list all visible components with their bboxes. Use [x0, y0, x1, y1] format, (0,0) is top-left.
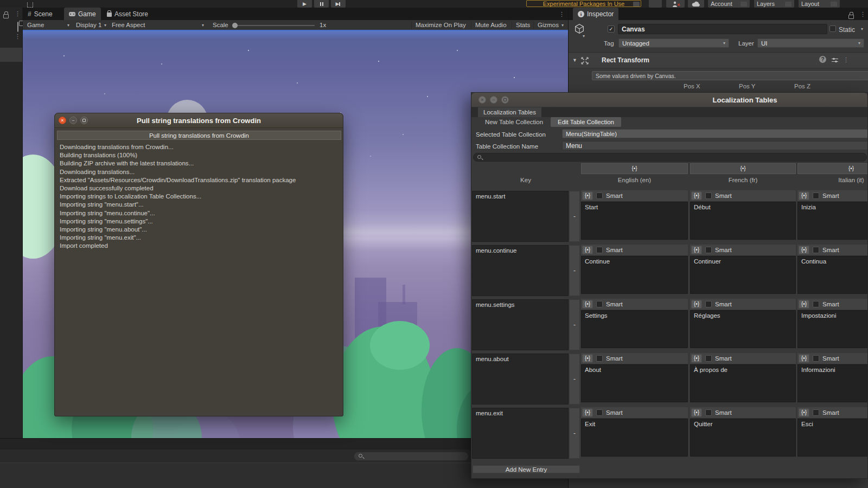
remove-entry-button[interactable]: -	[569, 408, 580, 459]
column-settings-button[interactable]	[797, 163, 868, 174]
lock-icon[interactable]	[848, 12, 854, 18]
edit-table-collection-tab[interactable]: Edit Table Collection	[551, 117, 621, 127]
tab-scene[interactable]: # Scene	[23, 8, 58, 20]
metadata-button[interactable]	[799, 246, 809, 254]
translation-text[interactable]: Impostazioni	[797, 310, 868, 348]
static-checkbox[interactable]	[829, 25, 836, 32]
static-caret-icon[interactable]: ▾	[861, 27, 863, 31]
aspect-dropdown[interactable]: Free Aspect▾	[110, 20, 206, 30]
table-collection-name-input[interactable]: Menu	[562, 141, 868, 150]
smart-checkbox[interactable]	[705, 192, 712, 199]
remove-entry-button[interactable]: -	[569, 245, 580, 296]
scale-slider-knob[interactable]	[232, 23, 238, 28]
entry-key-field[interactable]: menu.settings	[472, 299, 569, 350]
metadata-button[interactable]	[799, 300, 809, 309]
step-button[interactable]: ▶	[331, 0, 346, 8]
metadata-button[interactable]	[799, 408, 809, 417]
smart-checkbox[interactable]	[596, 301, 603, 307]
add-new-entry-button[interactable]: Add New Entry	[473, 465, 580, 473]
translation-text[interactable]: Quitter	[690, 419, 796, 457]
metadata-button[interactable]	[691, 408, 702, 417]
smart-checkbox[interactable]	[813, 409, 819, 416]
tab-game[interactable]: Game	[64, 8, 101, 20]
cloud-button[interactable]	[688, 0, 704, 8]
kebab-menu-icon[interactable]: ⋮	[843, 57, 849, 62]
translation-text[interactable]: Continue	[581, 256, 688, 294]
metadata-button[interactable]	[691, 300, 702, 309]
rect-tool-icon[interactable]	[27, 2, 33, 8]
rect-transform-header[interactable]: ▼ Rect Transform ? ⋮	[569, 52, 868, 68]
maximize-on-play-toggle[interactable]: Maximize On Play	[413, 20, 468, 30]
smart-checkbox[interactable]	[596, 355, 603, 362]
metadata-button[interactable]	[799, 191, 809, 200]
stats-toggle[interactable]: Stats	[514, 20, 532, 30]
remove-entry-button[interactable]: -	[569, 191, 580, 242]
language-column-header[interactable]: French (fr)	[690, 176, 796, 184]
translation-text[interactable]: Inizia	[797, 202, 868, 240]
smart-checkbox[interactable]	[596, 409, 603, 416]
close-icon[interactable]: ×	[478, 96, 486, 104]
smart-checkbox[interactable]	[596, 247, 603, 253]
game-target-dropdown[interactable]: Game▾	[25, 20, 72, 30]
smart-checkbox[interactable]	[705, 409, 712, 416]
game-panel-menu-icon[interactable]: ⋮	[559, 11, 565, 17]
gameobject-caret-icon[interactable]: ▾	[583, 34, 585, 38]
smart-checkbox[interactable]	[705, 247, 712, 253]
kebab-menu-icon[interactable]: ⋮	[15, 34, 21, 39]
mute-audio-toggle[interactable]: Mute Audio	[473, 20, 509, 30]
key-column-header[interactable]: Key	[471, 176, 580, 184]
entry-key-field[interactable]: menu.about	[472, 354, 569, 404]
table-search-input[interactable]	[473, 153, 867, 162]
translation-text[interactable]: Esci	[797, 419, 868, 457]
collab-button[interactable]: ×	[666, 0, 685, 8]
pull-translations-button[interactable]: Pull string translations from Crowdin	[57, 131, 341, 140]
translation-text[interactable]: Start	[581, 202, 688, 240]
new-table-collection-tab[interactable]: New Table Collection	[478, 117, 550, 127]
preview-packages-button[interactable]	[649, 0, 662, 8]
translation-text[interactable]: À propos de	[690, 364, 796, 402]
presets-icon[interactable]	[831, 57, 839, 63]
play-button[interactable]: ▶	[297, 0, 312, 8]
remove-entry-button[interactable]: -	[569, 299, 580, 350]
selected-table-collection-field[interactable]: Menu(StringTable)	[562, 129, 868, 138]
gizmos-dropdown[interactable]: Gizmos▾	[535, 20, 566, 30]
smart-checkbox[interactable]	[813, 247, 819, 253]
metadata-button[interactable]	[691, 354, 702, 363]
smart-checkbox[interactable]	[705, 301, 712, 307]
search-input[interactable]	[354, 452, 469, 461]
smart-checkbox[interactable]	[596, 192, 603, 199]
translation-text[interactable]: Settings	[581, 310, 688, 348]
maximize-icon[interactable]	[501, 96, 509, 104]
account-dropdown[interactable]: Account	[708, 0, 750, 8]
translation-text[interactable]: Continua	[797, 256, 868, 294]
entry-key-field[interactable]: menu.start	[472, 191, 569, 242]
column-settings-button[interactable]	[690, 163, 796, 174]
entry-key-field[interactable]: menu.exit	[472, 408, 569, 459]
lock-icon[interactable]	[3, 11, 9, 18]
layer-dropdown[interactable]: UI▾	[757, 38, 864, 48]
translation-text[interactable]: Continuer	[690, 256, 796, 294]
metadata-button[interactable]	[799, 354, 809, 363]
experimental-packages-warning[interactable]: Experimental Packages In Use	[526, 0, 641, 7]
smart-checkbox[interactable]	[813, 192, 819, 199]
metadata-button[interactable]	[582, 354, 593, 363]
metadata-button[interactable]	[691, 191, 702, 200]
layers-dropdown[interactable]: Layers	[754, 0, 794, 8]
metadata-button[interactable]	[582, 300, 593, 309]
gameobject-cube-icon[interactable]	[573, 23, 585, 35]
kebab-menu-icon[interactable]: ⋮	[15, 11, 21, 16]
smart-checkbox[interactable]	[813, 301, 819, 307]
minimize-icon[interactable]: −	[490, 96, 497, 104]
scale-slider-track[interactable]	[233, 25, 315, 26]
active-checkbox[interactable]: ✓	[608, 25, 615, 33]
kebab-menu-icon[interactable]: ⋮	[860, 11, 866, 17]
smart-checkbox[interactable]	[705, 355, 712, 362]
language-column-header[interactable]: English (en)	[581, 176, 688, 184]
collapsed-panel-tab[interactable]	[0, 48, 22, 62]
column-settings-button[interactable]	[581, 163, 688, 174]
display-dropdown[interactable]: Display 1▾	[74, 20, 108, 30]
window-restore-icon[interactable]	[17, 22, 18, 32]
metadata-button[interactable]	[582, 191, 593, 200]
experimental-dropdown[interactable]	[633, 2, 640, 7]
tag-dropdown[interactable]: Untagged▾	[618, 38, 729, 48]
